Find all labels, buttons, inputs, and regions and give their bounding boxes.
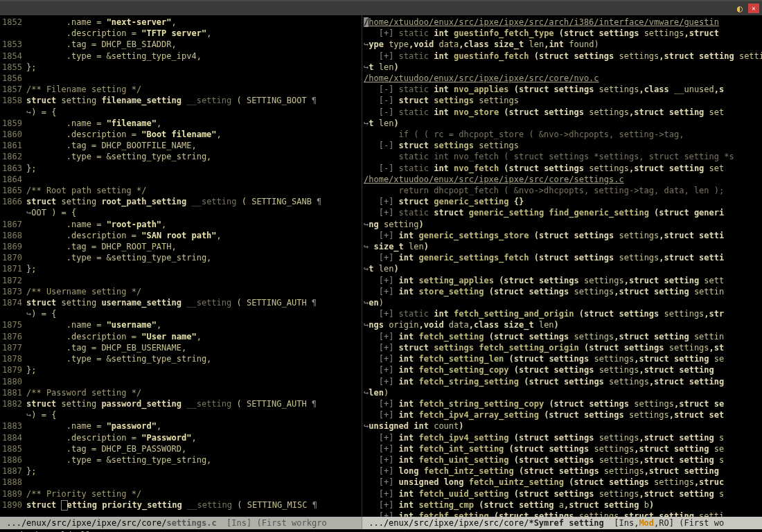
code-line: 1852 .name = "next-server", [0,17,362,28]
code-line: 1859 .name = "filename", [0,118,362,129]
symref-row[interactable]: [+] int generic_settings_fetch (struct s… [364,252,762,263]
symref-path[interactable]: /home/xtuudoo/enux/src/ipxe/ipxe/src/cor… [364,174,762,185]
code-line: 1860 .description = "Boot filename", [0,129,362,140]
code-line: 1870 .type = &setting_type_string, [0,252,362,263]
symref-row[interactable]: [+] unsigned long fetch_uintz_setting (s… [364,477,762,488]
symref-row[interactable]: ↪ngs origin,void data,class size_t len) [364,319,762,330]
code-line: 1865/** Root path setting */ [0,185,362,196]
symref-row[interactable]: [-] struct settings settings [364,95,762,106]
symref-row[interactable]: ↪unsigned int count) [364,420,762,432]
code-line: 1864 [0,174,362,185]
close-icon[interactable]: ✕ [748,3,759,13]
code-line: 1876 .description = "User name", [0,331,362,342]
symref-row[interactable]: ↪len) [364,387,762,398]
code-line-wrap: ↪) = { [0,107,362,118]
symref-row[interactable]: [+] int store_setting (struct settings s… [364,286,762,297]
code-line-wrap: ↪) = { [0,409,362,420]
symref-row[interactable]: [+] long fetch_intz_setting (struct sett… [364,466,762,477]
right-pane[interactable]: /home/xtuudoo/enux/src/ipxe/ipxe/src/arc… [362,15,762,517]
code-line: 1880 [0,376,362,387]
symref-row[interactable]: [+] int fetch_ipv4_setting (struct setti… [364,432,762,443]
symref-row[interactable]: [+] int fetch_string_setting_copy (struc… [364,398,762,409]
code-line: 1887}; [0,466,362,477]
code-line-wrap: ↪) = { [0,308,362,319]
collapse-icon[interactable]: ◐ [734,3,745,14]
symref-path[interactable]: /home/xtuudoo/enux/src/ipxe/ipxe/src/arc… [364,17,762,28]
symref-row[interactable]: [-] static int nvo_applies (struct setti… [364,84,762,95]
code-line: 1869 .tag = DHCP_ROOT_PATH, [0,241,362,252]
code-line: 1875 .name = "username", [0,319,362,330]
code-line: 1866struct setting root_path_setting __s… [0,196,362,207]
symref-row[interactable]: [+] int setting_cmp (struct setting a,st… [364,499,762,511]
code-line: .description = "TFTP server", [0,28,362,39]
code-line: 1885 .tag = DHCP_EB_PASSWORD, [0,443,362,454]
code-line: 1855}; [0,62,362,73]
symref-row[interactable]: ↪en) [364,297,762,308]
symref-row[interactable]: return dhcpopt_fetch ( &nvo->dhcpopts, s… [364,185,762,196]
symref-row[interactable]: ↪t len) [364,118,762,129]
symref-row[interactable]: [+] int fetch_string_setting (struct set… [364,376,762,387]
symref-row[interactable]: [+] struct generic_setting {} [364,196,762,207]
code-line: 1856 [0,73,362,84]
code-line: 1854 .type = &setting_type_ipv4, [0,51,362,62]
symref-row[interactable]: [+] static int fetch_setting_and_origin … [364,308,762,319]
symref-row[interactable]: [+] int fetchf_setting (struct settings … [364,511,762,517]
minibuffer: Beginning of buffer [0,529,762,532]
code-line: 1879}; [0,364,362,375]
symref-row[interactable]: ↪t len) [364,62,762,73]
symref-row[interactable]: [+] int fetch_setting_copy (struct setti… [364,364,762,375]
code-line: 1872 [0,275,362,286]
code-line: 1890struct etting priority_setting __set… [0,499,362,511]
code-line: 1877 .tag = DHCP_EB_USERNAME, [0,342,362,353]
code-line: 1858struct setting filename_setting __se… [0,95,362,106]
symref-row[interactable]: ↪ size_t len) [364,241,762,252]
code-line: 1867 .name = "root-path", [0,219,362,230]
symref-path[interactable]: /home/xtuudoo/enux/src/ipxe/ipxe/src/cor… [364,73,762,84]
code-line: 1873/** Username setting */ [0,286,362,297]
code-line: 1874struct setting username_setting __se… [0,297,362,308]
symref-row[interactable]: [+] int generic_settings_store (struct s… [364,230,762,241]
symref-row[interactable]: ↪ng setting) [364,219,762,230]
code-line: 1853 .tag = DHCP_EB_SIADDR, [0,39,362,50]
symref-row[interactable]: ↪ype type,void data,class size_t len,int… [364,39,762,50]
symref-row[interactable]: [+] static struct generic_setting find_g… [364,207,762,218]
code-line: 1883 .name = "password", [0,420,362,432]
symref-row[interactable]: [+] int fetch_setting (struct settings s… [364,331,762,342]
code-line: 1878 .type = &setting_type_string, [0,353,362,364]
code-line: 1871}; [0,263,362,274]
left-pane[interactable]: 1852 .name = "next-server", .description… [0,15,362,517]
symref-row[interactable]: [+] static int guestinfo_fetch_type (str… [364,28,762,39]
symref-row[interactable]: [+] int fetch_uuid_setting (struct setti… [364,488,762,499]
symref-row[interactable]: [-] struct settings settings [364,140,762,151]
symref-row[interactable]: static int nvo_fetch ( struct settings *… [364,151,762,162]
symref-row[interactable]: ↪t len) [364,263,762,274]
titlebar: ◐ ✕ [0,0,762,15]
symref-row[interactable]: [+] int fetch_uint_setting (struct setti… [364,454,762,466]
symref-row[interactable]: [+] static int guestinfo_fetch (struct s… [364,51,762,62]
symref-row[interactable]: [-] static int nvo_store (struct setting… [364,107,762,118]
code-line-wrap: ↪OOT ) = { [0,207,362,218]
symref-row[interactable]: [+] int setting_applies (struct settings… [364,275,762,286]
code-line: 1861 .tag = DHCP_BOOTFILE_NAME, [0,140,362,151]
code-line: 1888 [0,477,362,488]
code-line: 1886 .type = &setting_type_string, [0,454,362,466]
modeline-right: .../enux/src/ipxe/ipxe/src/core/*Symref … [362,517,762,529]
modeline-left: .../enux/src/ipxe/ipxe/src/core/settings… [0,517,362,529]
symref-row[interactable]: [-] static int nvo_fetch (struct setting… [364,163,762,174]
symref-row[interactable]: [+] struct settings fetch_setting_origin… [364,342,762,353]
code-line: 1882struct setting password_setting __se… [0,398,362,409]
code-line: 1863}; [0,163,362,174]
symref-row[interactable]: [+] int fetch_setting_len (struct settin… [364,353,762,364]
code-line: 1868 .description = "SAN root path", [0,230,362,241]
symref-row[interactable]: [+] int fetch_int_setting (struct settin… [364,443,762,454]
code-line: 1857/** Filename setting */ [0,84,362,95]
code-line: 1862 .type = &setting_type_string, [0,151,362,162]
symref-row[interactable]: [+] int fetch_ipv4_array_setting (struct… [364,409,762,420]
code-line: 1889/** Priority setting */ [0,488,362,499]
code-line: 1884 .description = "Password", [0,432,362,443]
code-line: 1881/** Password setting */ [0,387,362,398]
symref-row[interactable]: if ( ( rc = dhcpopt_store ( &nvo->dhcpop… [364,129,762,140]
